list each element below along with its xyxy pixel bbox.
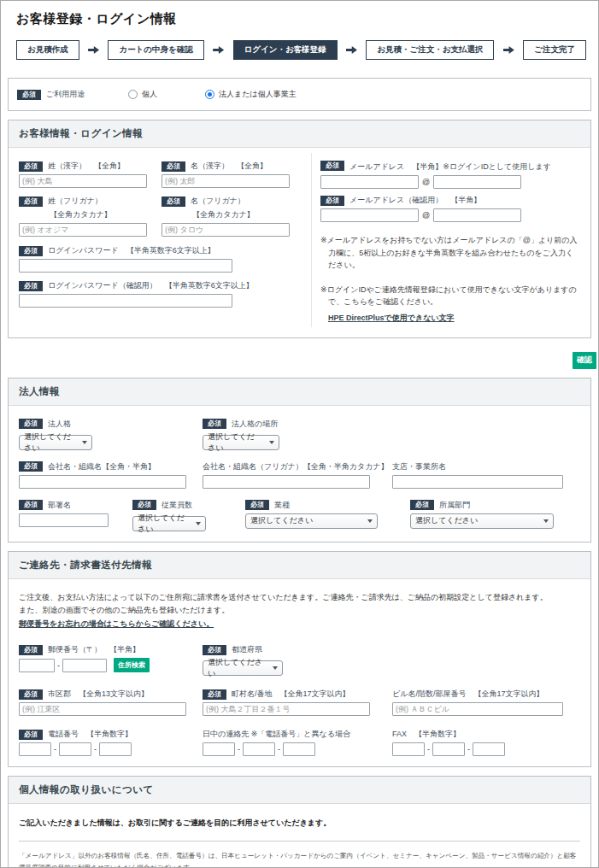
usage-label: ご利用用途	[46, 89, 128, 100]
step-quote[interactable]: お見積作成	[16, 40, 79, 60]
first-name-kanji-input[interactable]	[161, 174, 290, 188]
required-badge: 必須	[19, 645, 43, 655]
radio-selected-icon[interactable]	[205, 90, 214, 99]
division-value: 選択してください	[415, 515, 478, 526]
section-account-info: お客様情報・ログイン情報 必須 姓（漢字） 【全角】 必須 名（漢字） 【全	[8, 120, 591, 338]
phone-input-1[interactable]	[19, 742, 51, 756]
required-badge: 必須	[203, 419, 226, 429]
privacy-lead: ご記入いただきました情報は、お取引に関するご連絡を目的に利用させていただきます。	[19, 818, 580, 829]
radio-option-personal[interactable]: 個人	[128, 89, 157, 100]
town-input[interactable]	[203, 702, 370, 716]
entity-type-value: 選択してください	[24, 431, 75, 454]
entity-type-select[interactable]: 選択してください	[19, 435, 92, 450]
radio-unselected-icon[interactable]	[128, 90, 138, 99]
fax-input-3[interactable]	[473, 742, 505, 756]
zip-input-2[interactable]	[62, 659, 107, 672]
required-badge: 必須	[19, 281, 43, 291]
branch-name-label: 支店・事業所名	[392, 461, 446, 472]
chevron-down-icon	[269, 441, 274, 444]
privacy-paragraph-1: 「メールアドレス」以外のお客様情報（氏名、住所、電話番号）は、日本ヒューレット・…	[19, 850, 580, 868]
confirm-button[interactable]: 確認	[573, 352, 596, 369]
zip-label: 郵便番号（〒） 【半角】	[48, 644, 140, 655]
password-confirm-label: ログインパスワード（確認用） 【半角英数字6文字以上】	[48, 280, 254, 291]
email-local-input[interactable]	[320, 175, 419, 189]
department-input[interactable]	[19, 513, 109, 527]
town-label: 町村名/番地 【全角17文字以内】	[232, 689, 350, 700]
required-badge: 必須	[19, 500, 43, 510]
fax-input-1[interactable]	[392, 742, 425, 756]
required-badge: 必須	[203, 645, 226, 655]
daytime-input-2[interactable]	[243, 742, 275, 756]
password-label: ログインパスワード 【半角英数字6文字以上】	[48, 245, 215, 256]
address-search-button[interactable]: 住所検索	[114, 658, 150, 672]
section-corporate-header: 法人情報	[9, 378, 590, 406]
section-corporate-info: 法人情報 必須 法人格 選択してください 必須 法人格の場所	[8, 378, 591, 542]
step-payment[interactable]: お見積・ご注文・お支払選択	[366, 40, 494, 60]
entity-type-label: 法人格	[48, 419, 71, 430]
daytime-input-1[interactable]	[203, 742, 235, 756]
phone-input-3[interactable]	[99, 742, 132, 756]
required-badge: 必須	[161, 196, 185, 207]
arrow-right-icon	[88, 45, 99, 55]
invalid-chars-link[interactable]: HPE DirectPlusで使用できない文字	[328, 314, 455, 322]
entity-position-select[interactable]: 選択してください	[203, 435, 279, 450]
arrow-right-icon	[213, 45, 224, 55]
required-badge: 必須	[19, 461, 43, 472]
required-badge: 必須	[17, 90, 41, 100]
step-login-register: ログイン・お客様登録	[233, 40, 338, 60]
email-note: ※メールアドレスをお持ちでない方はメールアドレスの「@」より前の入力欄に、5桁以…	[320, 234, 580, 271]
at-sign: @	[422, 211, 430, 220]
company-name-input[interactable]	[19, 475, 186, 489]
city-input[interactable]	[19, 702, 186, 716]
hyphen: -	[57, 661, 60, 670]
employees-select[interactable]: 選択してください	[132, 516, 206, 531]
arrow-right-icon	[503, 45, 514, 55]
first-name-kanji-label: 名（漢字） 【全角】	[191, 161, 267, 172]
last-name-kanji-input[interactable]	[19, 174, 147, 188]
hyphen: -	[238, 745, 240, 754]
step-complete[interactable]: ご注文完了	[523, 40, 586, 60]
last-name-kanji-label: 姓（漢字） 【全角】	[48, 161, 125, 172]
account-left-column: 必須 姓（漢字） 【全角】 必須 名（漢字） 【全角】	[19, 153, 311, 327]
password-confirm-input[interactable]	[19, 294, 232, 308]
step-cart[interactable]: カートの中身を確認	[108, 40, 203, 60]
industry-select[interactable]: 選択してください	[245, 513, 378, 529]
chevron-down-icon	[82, 441, 87, 444]
department-label: 部署名	[48, 500, 71, 511]
last-name-kana-input[interactable]	[19, 223, 147, 237]
fax-input-2[interactable]	[432, 742, 465, 756]
required-badge: 必須	[203, 689, 226, 700]
division-select[interactable]: 選択してください	[410, 513, 554, 529]
section-account-header: お客様情報・ログイン情報	[9, 120, 590, 148]
last-name-kana-sublabel: 【全角カタカナ】	[50, 209, 147, 220]
email-confirm-domain-input[interactable]	[433, 208, 521, 222]
email-confirm-local-input[interactable]	[320, 208, 419, 222]
required-badge: 必須	[19, 730, 43, 740]
division-label: 所属部門	[439, 500, 470, 511]
company-kana-input[interactable]	[203, 475, 370, 489]
radio-option-corporate[interactable]: 法人または個人事業主	[205, 89, 297, 100]
employees-value: 選択してください	[138, 513, 189, 535]
zip-input-1[interactable]	[19, 659, 55, 672]
hyphen: -	[54, 745, 56, 754]
email-domain-input[interactable]	[433, 175, 521, 189]
first-name-kana-label: 名（フリガナ）	[191, 196, 245, 207]
required-badge: 必須	[19, 689, 43, 700]
building-input[interactable]	[392, 702, 563, 716]
chevron-down-icon	[196, 522, 201, 525]
industry-value: 選択してください	[250, 515, 313, 526]
password-input[interactable]	[19, 259, 232, 273]
entity-position-value: 選択してください	[208, 431, 262, 454]
required-badge: 必須	[245, 500, 269, 510]
first-name-kana-input[interactable]	[161, 223, 290, 237]
prefecture-label: 都道府県	[232, 644, 262, 655]
zip-lookup-link[interactable]: 郵便番号をお忘れの場合はこちらからご確認ください。	[19, 619, 214, 628]
fax-label: FAX 【半角数字】	[392, 729, 461, 740]
prefecture-select[interactable]: 選択してください	[203, 660, 283, 676]
required-badge: 必須	[19, 161, 43, 172]
phone-input-2[interactable]	[59, 742, 91, 756]
city-label: 市区郡 【全角13文字以内】	[48, 689, 149, 700]
daytime-input-3[interactable]	[283, 742, 315, 756]
industry-label: 業種	[274, 500, 290, 511]
branch-name-input[interactable]	[392, 475, 563, 489]
